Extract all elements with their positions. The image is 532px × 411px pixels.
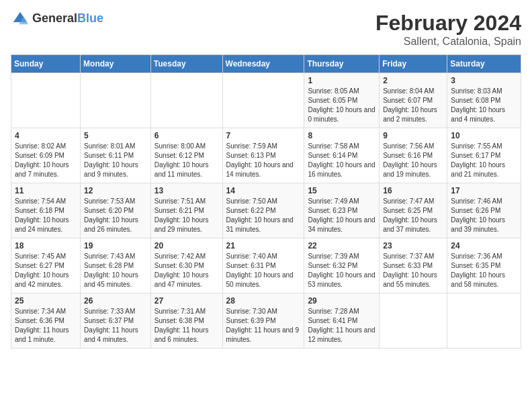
calendar-cell (447, 293, 521, 349)
day-number: 18 (15, 241, 77, 250)
logo-text-general: General (32, 11, 77, 25)
calendar-cell: 20Sunrise: 7:42 AM Sunset: 6:30 PM Dayli… (150, 238, 222, 293)
day-number: 20 (154, 241, 219, 250)
day-info: Sunrise: 8:01 AM Sunset: 6:11 PM Dayligh… (84, 142, 147, 179)
calendar-cell: 28Sunrise: 7:30 AM Sunset: 6:39 PM Dayli… (222, 293, 304, 349)
weekday-header-monday: Monday (81, 55, 151, 73)
day-info: Sunrise: 8:04 AM Sunset: 6:07 PM Dayligh… (383, 87, 443, 124)
calendar-cell: 25Sunrise: 7:34 AM Sunset: 6:36 PM Dayli… (11, 293, 81, 349)
calendar-cell: 24Sunrise: 7:36 AM Sunset: 6:35 PM Dayli… (447, 238, 521, 293)
day-number: 1 (308, 76, 375, 85)
calendar-cell (11, 73, 81, 128)
day-number: 8 (308, 131, 375, 140)
title-block: February 2024 Sallent, Catalonia, Spain (375, 11, 521, 48)
weekday-header-saturday: Saturday (447, 55, 521, 73)
calendar-cell: 9Sunrise: 7:56 AM Sunset: 6:16 PM Daylig… (380, 128, 447, 183)
day-info: Sunrise: 7:45 AM Sunset: 6:27 PM Dayligh… (15, 252, 77, 289)
day-number: 3 (451, 76, 517, 85)
calendar-cell: 26Sunrise: 7:33 AM Sunset: 6:37 PM Dayli… (81, 293, 151, 349)
calendar-cell: 16Sunrise: 7:47 AM Sunset: 6:25 PM Dayli… (380, 183, 447, 238)
day-info: Sunrise: 7:36 AM Sunset: 6:35 PM Dayligh… (451, 252, 517, 289)
calendar-week-row: 11Sunrise: 7:54 AM Sunset: 6:18 PM Dayli… (11, 183, 521, 238)
calendar-cell (222, 73, 304, 128)
calendar-cell: 21Sunrise: 7:40 AM Sunset: 6:31 PM Dayli… (222, 238, 304, 293)
calendar-cell: 11Sunrise: 7:54 AM Sunset: 6:18 PM Dayli… (11, 183, 81, 238)
calendar-cell: 12Sunrise: 7:53 AM Sunset: 6:20 PM Dayli… (81, 183, 151, 238)
day-info: Sunrise: 7:28 AM Sunset: 6:41 PM Dayligh… (308, 307, 375, 345)
logo-icon (11, 11, 30, 26)
day-number: 11 (15, 186, 77, 195)
day-number: 27 (154, 296, 219, 306)
day-number: 4 (15, 131, 77, 140)
day-info: Sunrise: 7:43 AM Sunset: 6:28 PM Dayligh… (84, 252, 147, 289)
calendar-cell: 19Sunrise: 7:43 AM Sunset: 6:28 PM Dayli… (81, 238, 151, 293)
logo: GeneralBlue (11, 11, 103, 26)
day-info: Sunrise: 8:02 AM Sunset: 6:09 PM Dayligh… (15, 142, 77, 179)
day-number: 22 (308, 241, 375, 250)
day-number: 29 (308, 296, 375, 306)
day-info: Sunrise: 7:37 AM Sunset: 6:33 PM Dayligh… (383, 252, 443, 289)
day-number: 23 (383, 241, 443, 250)
day-number: 14 (226, 186, 301, 195)
day-info: Sunrise: 7:30 AM Sunset: 6:39 PM Dayligh… (226, 307, 301, 345)
day-info: Sunrise: 7:34 AM Sunset: 6:36 PM Dayligh… (15, 307, 77, 345)
calendar-week-row: 25Sunrise: 7:34 AM Sunset: 6:36 PM Dayli… (11, 293, 521, 349)
calendar-cell: 18Sunrise: 7:45 AM Sunset: 6:27 PM Dayli… (11, 238, 81, 293)
calendar-table: SundayMondayTuesdayWednesdayThursdayFrid… (11, 54, 521, 349)
day-info: Sunrise: 7:55 AM Sunset: 6:17 PM Dayligh… (451, 142, 517, 179)
calendar-cell (380, 293, 447, 349)
calendar-cell: 15Sunrise: 7:49 AM Sunset: 6:23 PM Dayli… (304, 183, 380, 238)
calendar-cell: 2Sunrise: 8:04 AM Sunset: 6:07 PM Daylig… (380, 73, 447, 128)
day-number: 12 (84, 186, 147, 195)
calendar-cell: 6Sunrise: 8:00 AM Sunset: 6:12 PM Daylig… (150, 128, 222, 183)
page-header: GeneralBlue February 2024 Sallent, Catal… (11, 11, 521, 48)
calendar-cell: 1Sunrise: 8:05 AM Sunset: 6:05 PM Daylig… (304, 73, 380, 128)
day-info: Sunrise: 8:00 AM Sunset: 6:12 PM Dayligh… (154, 142, 219, 179)
day-info: Sunrise: 7:51 AM Sunset: 6:21 PM Dayligh… (154, 197, 219, 234)
day-number: 6 (154, 131, 219, 140)
calendar-cell: 5Sunrise: 8:01 AM Sunset: 6:11 PM Daylig… (81, 128, 151, 183)
weekday-header-thursday: Thursday (304, 55, 380, 73)
weekday-header-sunday: Sunday (11, 55, 81, 73)
weekday-header-friday: Friday (380, 55, 447, 73)
calendar-location: Sallent, Catalonia, Spain (375, 36, 521, 48)
day-info: Sunrise: 8:05 AM Sunset: 6:05 PM Dayligh… (308, 87, 375, 124)
day-number: 17 (451, 186, 517, 195)
calendar-cell: 29Sunrise: 7:28 AM Sunset: 6:41 PM Dayli… (304, 293, 380, 349)
calendar-cell: 27Sunrise: 7:31 AM Sunset: 6:38 PM Dayli… (150, 293, 222, 349)
calendar-cell: 7Sunrise: 7:59 AM Sunset: 6:13 PM Daylig… (222, 128, 304, 183)
calendar-cell: 8Sunrise: 7:58 AM Sunset: 6:14 PM Daylig… (304, 128, 380, 183)
day-info: Sunrise: 7:39 AM Sunset: 6:32 PM Dayligh… (308, 252, 375, 289)
calendar-cell: 10Sunrise: 7:55 AM Sunset: 6:17 PM Dayli… (447, 128, 521, 183)
calendar-cell: 4Sunrise: 8:02 AM Sunset: 6:09 PM Daylig… (11, 128, 81, 183)
day-info: Sunrise: 7:40 AM Sunset: 6:31 PM Dayligh… (226, 252, 301, 289)
calendar-title: February 2024 (375, 11, 521, 36)
day-info: Sunrise: 7:50 AM Sunset: 6:22 PM Dayligh… (226, 197, 301, 234)
logo-text-blue: Blue (77, 11, 103, 25)
day-info: Sunrise: 7:53 AM Sunset: 6:20 PM Dayligh… (84, 197, 147, 234)
calendar-week-row: 4Sunrise: 8:02 AM Sunset: 6:09 PM Daylig… (11, 128, 521, 183)
day-number: 28 (226, 296, 301, 306)
day-info: Sunrise: 8:03 AM Sunset: 6:08 PM Dayligh… (451, 87, 517, 124)
day-number: 25 (15, 296, 77, 306)
day-number: 13 (154, 186, 219, 195)
day-number: 2 (383, 76, 443, 85)
day-info: Sunrise: 7:49 AM Sunset: 6:23 PM Dayligh… (308, 197, 375, 234)
day-info: Sunrise: 7:56 AM Sunset: 6:16 PM Dayligh… (383, 142, 443, 179)
weekday-header-tuesday: Tuesday (150, 55, 222, 73)
day-info: Sunrise: 7:54 AM Sunset: 6:18 PM Dayligh… (15, 197, 77, 234)
day-number: 10 (451, 131, 517, 140)
calendar-cell: 13Sunrise: 7:51 AM Sunset: 6:21 PM Dayli… (150, 183, 222, 238)
calendar-week-row: 18Sunrise: 7:45 AM Sunset: 6:27 PM Dayli… (11, 238, 521, 293)
day-number: 5 (84, 131, 147, 140)
day-info: Sunrise: 7:59 AM Sunset: 6:13 PM Dayligh… (226, 142, 301, 179)
day-number: 21 (226, 241, 301, 250)
calendar-week-row: 1Sunrise: 8:05 AM Sunset: 6:05 PM Daylig… (11, 73, 521, 128)
day-number: 9 (383, 131, 443, 140)
day-info: Sunrise: 7:33 AM Sunset: 6:37 PM Dayligh… (84, 307, 147, 345)
day-number: 15 (308, 186, 375, 195)
day-info: Sunrise: 7:58 AM Sunset: 6:14 PM Dayligh… (308, 142, 375, 179)
day-info: Sunrise: 7:42 AM Sunset: 6:30 PM Dayligh… (154, 252, 219, 289)
weekday-header-row: SundayMondayTuesdayWednesdayThursdayFrid… (11, 55, 521, 73)
day-number: 7 (226, 131, 301, 140)
